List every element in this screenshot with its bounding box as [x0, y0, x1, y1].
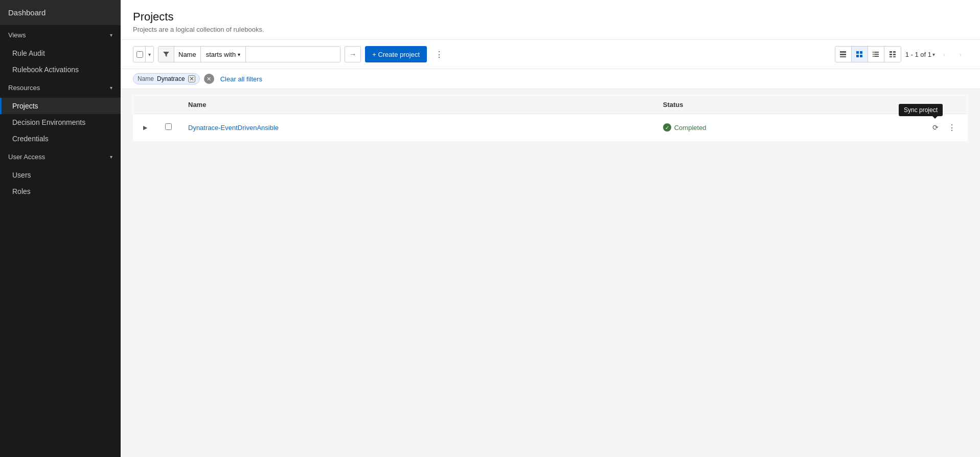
filter-chip-name-value: Dynatrace [157, 75, 185, 82]
sidebar-section-user-access[interactable]: User Access ▾ [0, 147, 121, 167]
status-completed-label: Completed [674, 124, 706, 132]
select-dropdown-arrow[interactable]: ▾ [145, 47, 153, 62]
projects-table: Name Status ▶ Dynatrace-EventDrivenAnsib… [133, 95, 968, 141]
svg-rect-2 [840, 56, 846, 57]
create-project-label: + Create project [372, 51, 420, 58]
kebab-icon: ⋮ [435, 50, 443, 59]
table-container: Name Status ▶ Dynatrace-EventDrivenAnsib… [121, 89, 980, 457]
sidebar-section-views-items: Rule Audit Rulebook Activations [0, 45, 121, 78]
svg-rect-4 [860, 51, 862, 54]
filter-chips-bar: Name Dynatrace ✕ ✕ Clear all filters [121, 69, 980, 89]
sidebar-section-views[interactable]: Views ▾ [0, 25, 121, 45]
view-toggle-detail[interactable] [835, 47, 852, 62]
chevron-down-icon: ▾ [110, 32, 112, 38]
page-subtitle: Projects are a logical collection of rul… [133, 26, 968, 33]
page-header: Projects Projects are a logical collecti… [121, 0, 980, 40]
page-title: Projects [133, 10, 968, 24]
svg-rect-3 [856, 51, 859, 54]
sidebar-item-credentials[interactable]: Credentials [0, 130, 121, 147]
sidebar-section-user-access-items: Users Roles [0, 167, 121, 200]
sidebar-section-resources[interactable]: Resources ▾ [0, 78, 121, 98]
project-name-link[interactable]: Dynatrace-EventDrivenAnsible [188, 124, 279, 132]
filter-icon-button[interactable] [158, 47, 174, 62]
row-checkbox-cell [157, 114, 180, 141]
filter-condition-selector[interactable]: starts with ▾ [201, 47, 246, 62]
sidebar-section-resources-label: Resources [8, 84, 40, 92]
row-actions: ⟳ Sync project ⋮ [928, 120, 959, 135]
view-toggle-compact[interactable] [884, 47, 901, 62]
table-row: ▶ Dynatrace-EventDrivenAnsible ✓ Complet… [133, 114, 968, 141]
sync-tooltip-wrapper: ⟳ Sync project [928, 120, 943, 135]
filter-chip-name-remove[interactable]: ✕ [188, 75, 195, 82]
main-content: Projects Projects are a logical collecti… [121, 0, 980, 457]
detail-view-icon [839, 51, 847, 58]
col-header-name: Name [180, 96, 655, 114]
svg-rect-15 [890, 54, 892, 55]
svg-rect-9 [873, 54, 874, 55]
filter-group: Name starts with ▾ [158, 46, 340, 62]
chevron-down-icon: ▾ [110, 154, 112, 160]
col-header-checkbox [157, 96, 180, 114]
status-completed-icon: ✓ [663, 123, 671, 132]
pagination-prev-button[interactable]: ‹ [937, 47, 951, 61]
filter-submit-button[interactable]: → [345, 46, 361, 62]
col-header-status: Status [655, 96, 920, 114]
row-checkbox[interactable] [165, 123, 172, 130]
sidebar: Dashboard Views ▾ Rule Audit Rulebook Ac… [0, 0, 121, 457]
svg-rect-7 [873, 52, 874, 53]
pagination-next-button[interactable]: › [953, 47, 968, 61]
remove-all-filters-button[interactable]: ✕ [204, 74, 214, 84]
select-all-checkbox-group: ▾ [133, 46, 154, 62]
sidebar-item-rule-audit[interactable]: Rule Audit [0, 45, 121, 61]
svg-rect-6 [860, 55, 862, 57]
sync-project-button[interactable]: ⟳ [928, 120, 943, 135]
svg-rect-10 [874, 54, 879, 55]
svg-rect-12 [874, 56, 879, 57]
sidebar-section-user-access-label: User Access [8, 153, 45, 161]
filter-input[interactable] [246, 47, 340, 62]
pagination-text[interactable]: 1 - 1 of 1 ▾ [905, 51, 935, 58]
filter-condition-arrow: ▾ [238, 52, 240, 57]
grid-view-icon [856, 51, 863, 58]
svg-rect-13 [890, 51, 892, 53]
filter-field-label[interactable]: Name [174, 47, 201, 62]
row-actions-cell: ⟳ Sync project ⋮ [920, 114, 968, 141]
svg-rect-14 [893, 51, 896, 53]
sidebar-section-views-label: Views [8, 31, 26, 39]
filter-icon [163, 51, 170, 58]
col-header-expand [133, 96, 157, 114]
svg-rect-8 [874, 52, 879, 53]
status-completed: ✓ Completed [663, 123, 912, 132]
view-toggle-list[interactable] [868, 47, 884, 62]
sidebar-item-users[interactable]: Users [0, 167, 121, 183]
row-status-cell: ✓ Completed [655, 114, 920, 141]
svg-rect-11 [873, 56, 874, 57]
row-name-cell: Dynatrace-EventDrivenAnsible [180, 114, 655, 141]
sidebar-section-resources-items: Projects Decision Environments Credentia… [0, 98, 121, 147]
select-all-checkbox[interactable] [136, 51, 143, 58]
chevron-down-icon: ▾ [110, 85, 112, 91]
svg-rect-0 [840, 51, 846, 53]
row-expand-button[interactable]: ▶ [142, 123, 149, 133]
filter-chip-name-label: Name [138, 75, 154, 82]
sidebar-item-projects[interactable]: Projects [0, 98, 121, 114]
create-project-button[interactable]: + Create project [365, 46, 427, 62]
sidebar-item-rulebook-activations[interactable]: Rulebook Activations [0, 61, 121, 78]
sidebar-item-decision-environments[interactable]: Decision Environments [0, 114, 121, 130]
view-toggle-group [835, 46, 901, 62]
toolbar: ▾ Name starts with ▾ → + Create project [121, 40, 980, 69]
list-view-icon [872, 51, 879, 58]
filter-chip-name: Name Dynatrace ✕ [133, 73, 200, 84]
pagination-dropdown-arrow: ▾ [932, 52, 935, 57]
row-kebab-menu[interactable]: ⋮ [945, 120, 959, 135]
clear-all-filters-button[interactable]: Clear all filters [218, 75, 264, 83]
svg-rect-16 [893, 54, 896, 55]
svg-rect-17 [890, 56, 892, 57]
view-toggle-grid[interactable] [852, 47, 868, 62]
svg-rect-1 [840, 54, 846, 55]
sidebar-item-roles[interactable]: Roles [0, 183, 121, 200]
pagination: 1 - 1 of 1 ▾ ‹ › [905, 47, 968, 61]
sidebar-item-dashboard[interactable]: Dashboard [0, 0, 121, 25]
toolbar-kebab-menu[interactable]: ⋮ [431, 46, 447, 62]
row-expand-cell: ▶ [133, 114, 157, 141]
